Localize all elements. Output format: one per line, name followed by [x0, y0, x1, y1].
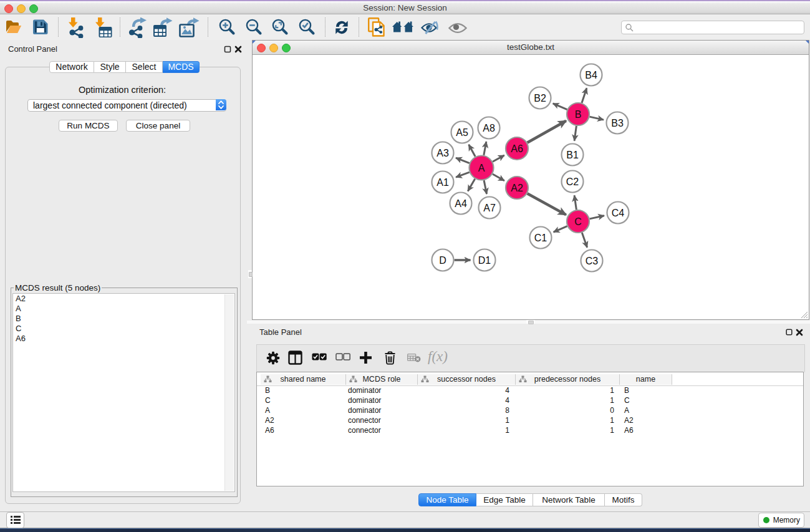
svg-text:A7: A7: [483, 203, 496, 213]
svg-text:C4: C4: [612, 208, 625, 218]
svg-text:B3: B3: [611, 118, 624, 128]
svg-text:A2: A2: [511, 183, 523, 193]
svg-text:A5: A5: [456, 127, 468, 138]
svg-text:A: A: [478, 163, 485, 173]
svg-text:A1: A1: [436, 177, 449, 188]
svg-text:D1: D1: [478, 255, 491, 266]
svg-text:A4: A4: [455, 198, 467, 209]
svg-text:A8: A8: [483, 123, 495, 133]
svg-text:C2: C2: [566, 177, 579, 187]
svg-text:B2: B2: [534, 93, 546, 104]
svg-text:B4: B4: [585, 70, 597, 80]
svg-text:A6: A6: [511, 143, 523, 154]
svg-text:B: B: [575, 109, 582, 120]
svg-text:C1: C1: [534, 233, 547, 243]
svg-text:A3: A3: [436, 148, 449, 158]
svg-text:C: C: [574, 216, 582, 227]
svg-text:C3: C3: [586, 256, 599, 266]
svg-text:B1: B1: [566, 150, 579, 160]
svg-text:D: D: [439, 255, 446, 266]
